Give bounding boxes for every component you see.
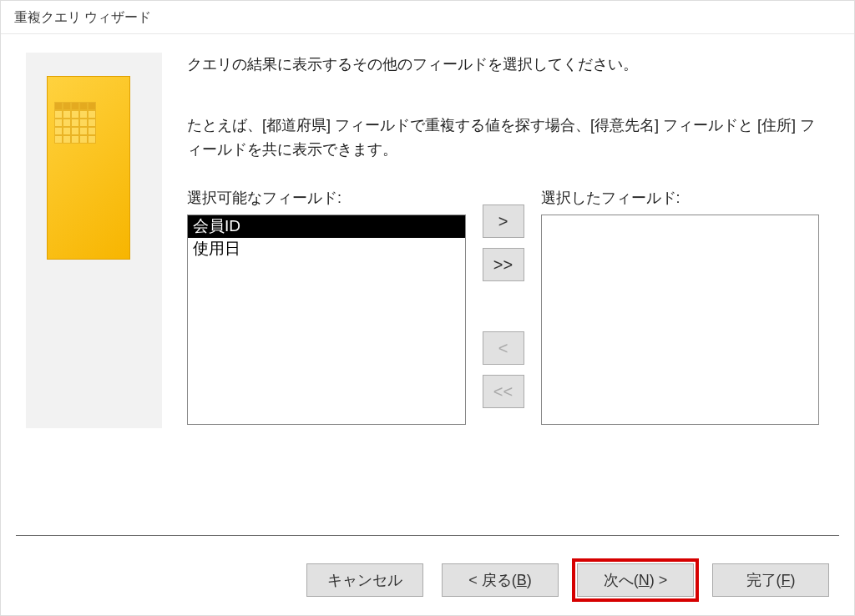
fields-area: 選択可能なフィールド: 会員ID使用日 > >> < << 選択したフィールド: — [187, 188, 819, 425]
dialog-content: クエリの結果に表示するその他のフィールドを選択してください。 たとえば、[都道府… — [1, 34, 854, 428]
wizard-graphic-icon — [47, 76, 130, 260]
back-button[interactable]: < 戻る(B) — [442, 563, 559, 597]
selected-fields-listbox[interactable] — [541, 215, 820, 425]
example-text: たとえば、[都道府県] フィールドで重複する値を探す場合、[得意先名] フィール… — [187, 114, 819, 162]
dialog-footer: キャンセル < 戻る(B) 次へ(N) > 完了(F) — [1, 548, 854, 615]
instruction-text: クエリの結果に表示するその他のフィールドを選択してください。 — [187, 53, 819, 77]
remove-field-button[interactable]: < — [483, 331, 524, 365]
available-fields-column: 選択可能なフィールド: 会員ID使用日 — [187, 188, 466, 425]
selected-fields-column: 選択したフィールド: — [541, 188, 820, 425]
next-button[interactable]: 次へ(N) > — [577, 563, 694, 597]
finish-button[interactable]: 完了(F) — [712, 563, 829, 597]
cancel-button[interactable]: キャンセル — [306, 563, 423, 597]
available-fields-listbox[interactable]: 会員ID使用日 — [187, 215, 466, 425]
add-field-button[interactable]: > — [483, 204, 524, 238]
dialog-title: 重複クエリ ウィザード — [1, 1, 854, 34]
wizard-graphic-panel — [26, 53, 162, 428]
wizard-right-panel: クエリの結果に表示するその他のフィールドを選択してください。 たとえば、[都道府… — [187, 53, 839, 428]
remove-all-fields-button[interactable]: << — [483, 375, 524, 408]
available-fields-label: 選択可能なフィールド: — [187, 188, 466, 208]
list-item[interactable]: 会員ID — [188, 215, 465, 238]
selected-fields-label: 選択したフィールド: — [541, 188, 820, 208]
footer-divider — [16, 535, 839, 536]
list-item[interactable]: 使用日 — [188, 238, 465, 260]
add-all-fields-button[interactable]: >> — [483, 248, 524, 281]
move-buttons-column: > >> < << — [483, 188, 524, 425]
